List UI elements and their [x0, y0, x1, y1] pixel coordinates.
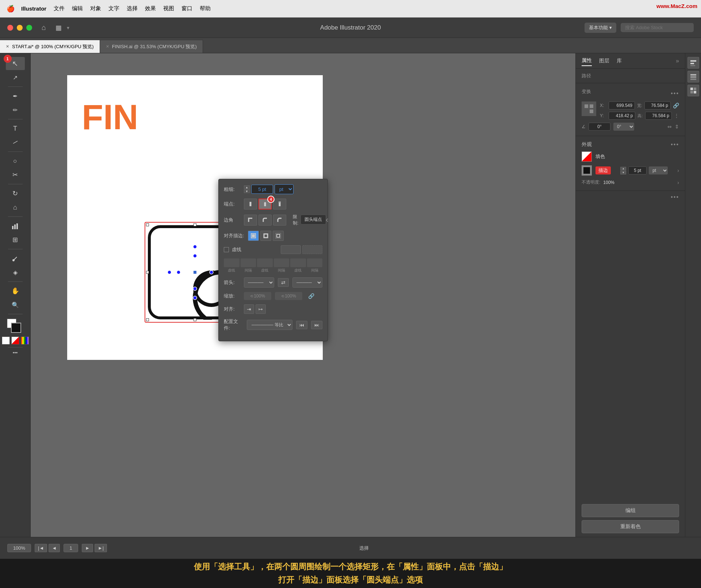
frt-assets-icon[interactable]: [687, 85, 699, 96]
dash-val-1[interactable]: [224, 258, 240, 267]
prev-page-btn[interactable]: ◄: [49, 544, 60, 552]
dash-val-6[interactable]: [307, 258, 323, 267]
sp-weight-down[interactable]: ▼: [244, 189, 250, 193]
arrow-right-select[interactable]: ─────: [292, 277, 323, 288]
x-value[interactable]: 699.549: [609, 101, 635, 109]
handle-tl[interactable]: [146, 223, 149, 226]
first-page-btn[interactable]: |◄: [35, 544, 47, 552]
flip-v-icon[interactable]: ⇕: [675, 124, 679, 130]
panel-tab-layers[interactable]: 图层: [599, 56, 609, 66]
tool-hand[interactable]: ✋: [6, 284, 25, 297]
page-number[interactable]: 1: [64, 544, 78, 552]
dash-style-2[interactable]: [302, 245, 322, 254]
menu-edit[interactable]: 编辑: [72, 5, 83, 12]
stroke-size-value[interactable]: 5 pt: [628, 166, 647, 174]
dash-val-4[interactable]: [274, 258, 290, 267]
stroke-icon[interactable]: [582, 165, 592, 176]
close-button[interactable]: [7, 25, 13, 31]
stroke-expand-icon[interactable]: ›: [677, 168, 679, 173]
tool-type[interactable]: T: [6, 122, 25, 135]
fill-icon[interactable]: [582, 151, 592, 162]
layout-chevron[interactable]: ▾: [67, 25, 69, 31]
cap-square-btn[interactable]: [273, 199, 286, 210]
dash-style-1[interactable]: [281, 245, 301, 254]
tool-zoom[interactable]: 🔍: [6, 298, 25, 311]
menu-select[interactable]: 选择: [127, 5, 138, 12]
tab-start-close[interactable]: ✕: [6, 44, 9, 49]
panel-tab-properties[interactable]: 属性: [582, 56, 592, 66]
tool-blend[interactable]: ◈: [6, 266, 25, 279]
tool-selection[interactable]: ↖ 1: [6, 57, 25, 70]
workspace-button[interactable]: 基本功能 ▾: [585, 23, 616, 33]
tool-ellipse[interactable]: ○: [6, 154, 25, 168]
stroke-down-btn[interactable]: ▼: [620, 171, 626, 174]
tool-line[interactable]: /: [6, 136, 25, 149]
handle-bc[interactable]: [194, 318, 196, 321]
sp-weight-unit[interactable]: ptpx: [275, 184, 294, 194]
appearance-more-btn[interactable]: •••: [671, 141, 679, 148]
recolor-button[interactable]: 重新着色: [582, 520, 679, 533]
tool-pencil[interactable]: ✏: [6, 103, 25, 116]
handle-bl[interactable]: [146, 318, 149, 321]
tab-finish-close[interactable]: ✕: [106, 44, 109, 49]
corner-round-btn[interactable]: [258, 215, 272, 226]
align-outside-btn[interactable]: [273, 231, 284, 241]
profile-flip-btn[interactable]: ⏮: [296, 321, 307, 329]
y-value[interactable]: 418.42 p: [609, 112, 635, 120]
corner-miter-btn[interactable]: [244, 215, 257, 226]
maximize-button[interactable]: [26, 25, 32, 31]
lock-proportions-icon[interactable]: 🔗: [673, 103, 679, 108]
apple-logo[interactable]: 🍎: [7, 5, 15, 13]
frt-properties-icon[interactable]: [687, 57, 699, 69]
stroke-unit-dropdown[interactable]: ptpxmm: [649, 166, 668, 174]
panel-more-btn[interactable]: •••: [671, 194, 679, 200]
zoom-value[interactable]: 100%: [7, 544, 31, 552]
tool-pen[interactable]: ✒: [6, 89, 25, 103]
align-center-btn[interactable]: [260, 231, 271, 241]
angle-value[interactable]: 0°: [589, 123, 610, 131]
gradient-btn[interactable]: [21, 337, 29, 345]
scale-link-icon[interactable]: 🔗: [308, 293, 314, 299]
flip-h-icon[interactable]: ⇔: [667, 124, 672, 130]
cap-round-btn[interactable]: 4: [258, 199, 272, 210]
white-fill-btn[interactable]: [2, 337, 10, 345]
transform-grid-icon[interactable]: [582, 101, 596, 116]
handle-tc[interactable]: [194, 223, 196, 226]
tool-grid[interactable]: ⊞: [6, 233, 25, 246]
stock-search-input[interactable]: [621, 23, 694, 32]
tool-warp[interactable]: ⌂: [6, 201, 25, 214]
panel-expand-btn[interactable]: »: [676, 58, 679, 64]
menu-effect[interactable]: 效果: [145, 5, 156, 12]
align-inside-btn[interactable]: [248, 231, 259, 241]
profile-reset-btn[interactable]: ⏭: [311, 321, 322, 329]
home-icon[interactable]: ⌂: [42, 23, 46, 32]
corner-bevel-btn[interactable]: [273, 215, 286, 226]
next-page-btn[interactable]: ►: [82, 544, 93, 552]
stroke-label[interactable]: 描边: [595, 166, 611, 174]
dashed-checkbox[interactable]: [224, 247, 229, 252]
group-button[interactable]: 编组: [582, 504, 679, 517]
menu-object[interactable]: 对象: [90, 5, 101, 12]
angle-dropdown[interactable]: 0°90°180°: [613, 123, 634, 131]
panel-tab-library[interactable]: 库: [617, 56, 622, 66]
handle-ml[interactable]: [146, 271, 149, 274]
menu-text[interactable]: 文字: [108, 5, 119, 12]
sp-weight-up[interactable]: ▲: [244, 185, 250, 189]
more-tools-btn[interactable]: •••: [13, 350, 18, 356]
arrow-swap-btn[interactable]: ⇄: [278, 278, 289, 287]
menu-window[interactable]: 窗口: [181, 5, 192, 12]
tool-graph[interactable]: [6, 219, 25, 232]
tab-start[interactable]: ✕ START.ai* @ 100% (CMYK/GPU 预览): [0, 40, 100, 53]
layout-icon[interactable]: ▦: [55, 24, 62, 32]
minimize-button[interactable]: [17, 25, 23, 31]
stroke-swatch[interactable]: [11, 323, 21, 333]
arrow-left-select[interactable]: ─────: [244, 277, 274, 288]
last-page-btn[interactable]: ►|: [95, 544, 107, 552]
sp-weight-value[interactable]: 5 pt: [251, 185, 273, 194]
dash-val-5[interactable]: [290, 258, 306, 267]
tool-direct-select[interactable]: ↗: [6, 71, 25, 84]
menu-file[interactable]: 文件: [54, 5, 65, 12]
none-fill-btn[interactable]: [11, 337, 19, 345]
frt-layers-icon[interactable]: [687, 71, 699, 82]
tool-rotate[interactable]: ↻: [6, 187, 25, 200]
